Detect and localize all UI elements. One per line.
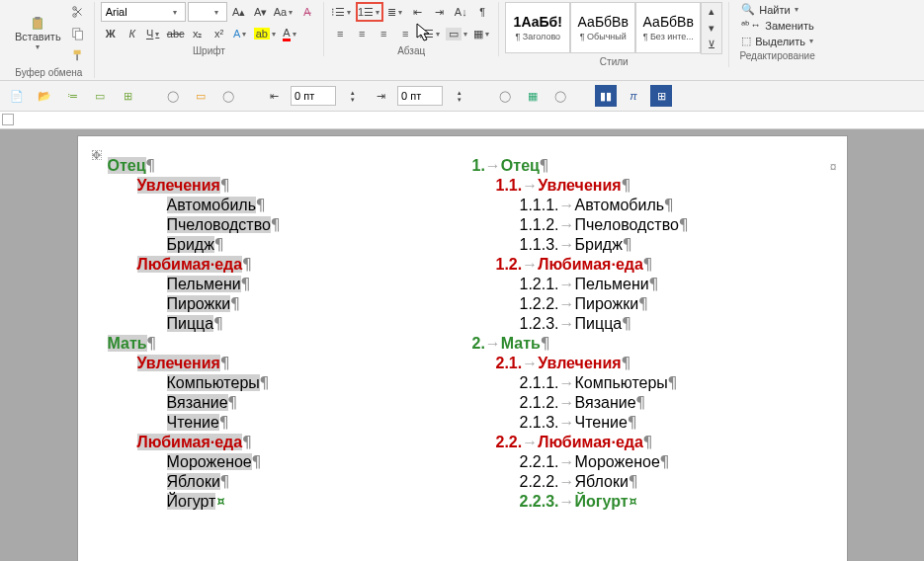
list-item[interactable]: Пирожки¶ (108, 294, 453, 314)
qat-bullets-button[interactable]: ≔ (61, 85, 83, 107)
list-item[interactable]: 2.1.3.→Чтение¶ (472, 413, 817, 433)
list-item[interactable]: Отец¶ (108, 156, 453, 176)
highlight-button[interactable]: ab▾ (253, 24, 279, 43)
list-item[interactable]: 1.1.→Увлечения¶ (472, 176, 817, 196)
ruler[interactable] (0, 112, 924, 129)
gallery-down-button[interactable]: ▾ (702, 20, 721, 37)
select-button[interactable]: ⬚Выделить ▾ (739, 34, 819, 48)
format-painter-button[interactable] (68, 45, 88, 65)
list-item[interactable]: 2.→Мать¶ (472, 334, 817, 354)
style-gallery[interactable]: 1АаБб! ¶ Заголово АаБбВв ¶ Обычный АаБбВ… (505, 2, 722, 54)
qat-circle2-button[interactable]: ◯ (217, 85, 239, 107)
open-button[interactable]: 📂 (34, 85, 55, 107)
bold-button[interactable]: Ж (101, 24, 121, 43)
subscript-button[interactable]: x₂ (188, 24, 208, 43)
list-item[interactable]: 2.2.3.→Йогурт¤ (472, 492, 817, 512)
list-item[interactable]: 2.2.→Любимая·еда¶ (472, 433, 817, 452)
list-item[interactable]: 2.1.1.→Компьютеры¶ (472, 373, 817, 393)
strike-button[interactable]: abc (166, 24, 186, 43)
list-item[interactable]: Увлечения¶ (108, 354, 453, 373)
new-button[interactable]: 📄 (6, 85, 28, 107)
indent-left-input[interactable] (291, 86, 336, 106)
qat-circle1-button[interactable]: ◯ (162, 85, 184, 107)
copy-button[interactable] (68, 24, 88, 43)
qat-blue2-button[interactable]: ⊞ (650, 85, 672, 107)
list-item[interactable]: Компьютеры¶ (108, 373, 453, 393)
align-left-button[interactable]: ≡ (330, 24, 350, 43)
qat-orange-button[interactable]: ▭ (190, 85, 211, 107)
justify-button[interactable]: ≡ (395, 24, 415, 43)
list-item[interactable]: 1.2.→Любимая·еда¶ (472, 255, 817, 275)
font-color-button[interactable]: A▾ (281, 24, 300, 43)
text-effects-button[interactable]: A▾ (231, 24, 251, 43)
borders-button[interactable]: ▦▾ (472, 24, 492, 43)
align-center-button[interactable]: ≡ (352, 24, 372, 43)
page[interactable]: ✥ ¤ Отец¶Увлечения¶Автомобиль¶Пчеловодст… (77, 135, 848, 561)
list-item[interactable]: Вязание¶ (108, 393, 453, 413)
workspace[interactable]: ✥ ¤ Отец¶Увлечения¶Автомобиль¶Пчеловодст… (0, 129, 924, 561)
style-nospacing[interactable]: АаБбВв ¶ Без инте... (635, 2, 701, 53)
list-item[interactable]: 1.1.2.→Пчеловодство¶ (472, 215, 817, 235)
list-item[interactable]: 2.2.2.→Яблоки¶ (472, 472, 817, 492)
paste-button[interactable]: Вставить ▾ (10, 6, 66, 61)
list-item[interactable]: Увлечения¶ (108, 176, 453, 196)
superscript-button[interactable]: x² (210, 24, 229, 43)
list-item[interactable]: Пицца¶ (108, 314, 453, 334)
show-marks-button[interactable]: ¶ (472, 2, 492, 22)
list-item[interactable]: Чтение¶ (108, 413, 453, 433)
multilevel-button[interactable]: ≣▾ (385, 2, 405, 22)
qat-circle3-button[interactable]: ◯ (494, 85, 516, 107)
style-normal[interactable]: АаБбВв ¶ Обычный (570, 2, 635, 53)
indent-right-stepper[interactable]: ▴▾ (449, 85, 470, 107)
replace-button[interactable]: ᵃᵇ↔Заменить (739, 18, 819, 33)
list-item[interactable]: Мороженое¶ (108, 452, 453, 472)
shrink-font-button[interactable]: A▾ (251, 2, 271, 22)
change-case-button[interactable]: Aa▾ (273, 2, 295, 22)
list-item[interactable]: Автомобиль¶ (108, 196, 453, 215)
list-item[interactable]: Пчеловодство¶ (108, 215, 453, 235)
gallery-more-button[interactable]: ⊻ (702, 37, 721, 53)
indent-left-stepper[interactable]: ▴▾ (342, 85, 364, 107)
qat-circle4-button[interactable]: ◯ (549, 85, 571, 107)
list-item[interactable]: 1.2.3.→Пицца¶ (472, 314, 817, 334)
qat-pi-button[interactable]: π (623, 85, 644, 107)
align-right-button[interactable]: ≡ (374, 24, 393, 43)
column-right[interactable]: 1.→Отец¶1.1.→Увлечения¶1.1.1.→Автомобиль… (472, 156, 817, 512)
qat-blue1-button[interactable]: ▮▮ (595, 85, 617, 107)
indent-right-input[interactable] (397, 86, 443, 106)
list-item[interactable]: Йогурт¤ (108, 492, 453, 512)
underline-button[interactable]: Ч▾ (144, 24, 164, 43)
increase-indent-button[interactable]: ⇥ (429, 2, 449, 22)
qat-insert-button[interactable]: ⊞ (117, 85, 138, 107)
column-left[interactable]: Отец¶Увлечения¶Автомобиль¶Пчеловодство¶Б… (108, 156, 453, 512)
list-item[interactable]: Пельмени¶ (108, 275, 453, 294)
grow-font-button[interactable]: A▴ (229, 2, 249, 22)
style-heading[interactable]: 1АаБб! ¶ Заголово (505, 2, 570, 53)
list-item[interactable]: 2.2.1.→Мороженое¶ (472, 452, 817, 472)
list-item[interactable]: 1.1.1.→Автомобиль¶ (472, 196, 817, 215)
sort-button[interactable]: A↓ (451, 2, 470, 22)
shading-button[interactable]: ▭▾ (445, 24, 470, 43)
clear-formatting-button[interactable]: A̶ (297, 2, 317, 22)
list-item[interactable]: 2.1.2.→Вязание¶ (472, 393, 817, 413)
italic-button[interactable]: К (123, 24, 142, 43)
indent-right-icon[interactable]: ⇥ (370, 85, 391, 107)
cut-button[interactable] (68, 2, 88, 22)
bullets-button[interactable]: ⁝☰▾ (330, 2, 354, 22)
decrease-indent-button[interactable]: ⇤ (407, 2, 427, 22)
indent-left-icon[interactable]: ⇤ (263, 85, 285, 107)
list-item[interactable]: Яблоки¶ (108, 472, 453, 492)
numbering-button[interactable]: 1☰▾ (356, 2, 383, 22)
font-size-combo[interactable]: ▾ (188, 2, 227, 22)
list-item[interactable]: Любимая·еда¶ (108, 433, 453, 452)
qat-table-button[interactable]: ▦ (522, 85, 544, 107)
list-item[interactable]: Любимая·еда¶ (108, 255, 453, 275)
list-item[interactable]: 2.1.→Увлечения¶ (472, 354, 817, 373)
qat-field-button[interactable]: ▭ (89, 85, 111, 107)
list-item[interactable]: 1.1.3.→Бридж¶ (472, 235, 817, 255)
list-item[interactable]: Мать¶ (108, 334, 453, 354)
list-item[interactable]: Бридж¶ (108, 235, 453, 255)
find-button[interactable]: 🔍Найти ▾ (739, 2, 819, 17)
gallery-up-button[interactable]: ▴ (702, 3, 721, 20)
font-name-combo[interactable]: Arial▾ (101, 2, 186, 22)
